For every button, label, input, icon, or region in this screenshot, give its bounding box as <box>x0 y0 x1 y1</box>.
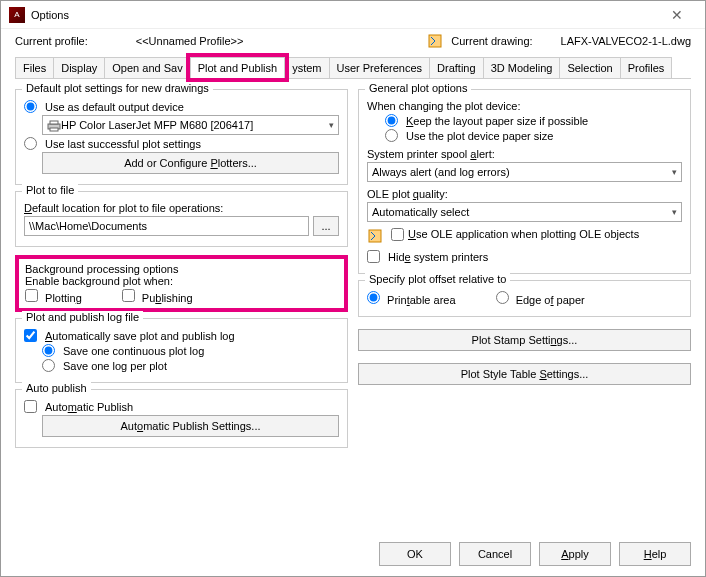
apply-button[interactable]: Apply <box>539 542 611 566</box>
enable-background-label: Enable background plot when: <box>25 275 338 287</box>
tab-3d-modeling[interactable]: 3D Modeling <box>483 57 561 78</box>
chevron-down-icon: ▾ <box>672 167 677 177</box>
tab-display[interactable]: Display <box>53 57 105 78</box>
radio-use-device-paper-input[interactable] <box>385 129 398 142</box>
dwg-icon <box>367 228 383 244</box>
group-auto-publish: Auto publish Automatic Publish Automatic… <box>15 389 348 448</box>
current-profile-label: Current profile: <box>15 35 88 47</box>
current-drawing-value: LAFX-VALVECO2-1-L.dwg <box>561 35 691 47</box>
tab-user-preferences[interactable]: User Preferences <box>329 57 431 78</box>
profile-row: Current profile: <<Unnamed Profile>> Cur… <box>1 29 705 53</box>
radio-printable-area-input[interactable] <box>367 291 380 304</box>
radio-use-last-plot[interactable]: Use last successful plot settings <box>24 137 339 150</box>
radio-one-per-plot-input[interactable] <box>42 359 55 372</box>
checkbox-hide-printers[interactable]: Hide system printers <box>367 250 682 263</box>
tab-files[interactable]: Files <box>15 57 54 78</box>
legend-default-plot: Default plot settings for new drawings <box>22 82 213 94</box>
close-icon[interactable]: ✕ <box>657 7 697 23</box>
automatic-publish-settings-button[interactable]: Automatic Publish Settings... <box>42 415 339 437</box>
changing-device-label: When changing the plot device: <box>367 100 682 112</box>
help-button[interactable]: Help <box>619 542 691 566</box>
svg-rect-3 <box>50 128 58 131</box>
checkbox-use-ole-app-input[interactable] <box>391 228 404 241</box>
spool-alert-label: System printer spool alert: <box>367 148 682 160</box>
radio-one-continuous-input[interactable] <box>42 344 55 357</box>
group-general-plot: General plot options When changing the p… <box>358 89 691 274</box>
checkbox-hide-printers-input[interactable] <box>367 250 380 263</box>
radio-one-continuous[interactable]: Save one continuous plot log <box>42 344 339 357</box>
current-profile-value: <<Unnamed Profile>> <box>136 35 244 47</box>
legend-log-file: Plot and publish log file <box>22 311 143 323</box>
radio-edge-of-paper-input[interactable] <box>496 291 509 304</box>
printer-icon <box>47 118 61 131</box>
ok-button[interactable]: OK <box>379 542 451 566</box>
dialog-buttons: OK Cancel Apply Help <box>379 542 691 566</box>
add-configure-plotters-button[interactable]: Add or Configure Plotters... <box>42 152 339 174</box>
checkbox-auto-save-log[interactable]: Automatically save plot and publish log <box>24 329 339 342</box>
legend-auto-publish: Auto publish <box>22 382 91 394</box>
radio-use-default-device-input[interactable] <box>24 100 37 113</box>
dwg-icon <box>427 33 443 49</box>
cancel-button[interactable]: Cancel <box>459 542 531 566</box>
checkbox-automatic-publish[interactable]: Automatic Publish <box>24 400 339 413</box>
checkbox-plotting[interactable]: Plotting <box>25 289 82 304</box>
legend-plot-offset: Specify plot offset relative to <box>365 273 510 285</box>
radio-keep-layout-input[interactable] <box>385 114 398 127</box>
checkbox-plotting-input[interactable] <box>25 289 38 302</box>
group-plot-offset: Specify plot offset relative to Printabl… <box>358 280 691 317</box>
group-log-file: Plot and publish log file Automatically … <box>15 318 348 383</box>
tab-plot-publish[interactable]: Plot and Publish <box>190 57 286 78</box>
checkbox-use-ole-app[interactable]: Use OLE application when plotting OLE ob… <box>391 228 639 241</box>
checkbox-auto-save-log-input[interactable] <box>24 329 37 342</box>
checkbox-publishing-input[interactable] <box>122 289 135 302</box>
radio-printable-area[interactable]: Printable area <box>367 291 456 306</box>
plot-file-path-input[interactable] <box>24 216 309 236</box>
titlebar: A Options ✕ <box>1 1 705 29</box>
group-default-plot: Default plot settings for new drawings U… <box>15 89 348 185</box>
radio-use-default-device[interactable]: Use as default output device <box>24 100 339 113</box>
radio-edge-of-paper[interactable]: Edge of paper <box>496 291 585 306</box>
chevron-down-icon: ▾ <box>329 120 334 130</box>
current-drawing-label: Current drawing: <box>451 35 532 47</box>
legend-general-plot: General plot options <box>365 82 471 94</box>
group-background-processing: Background processing options Enable bac… <box>15 255 348 312</box>
radio-one-per-plot[interactable]: Save one log per plot <box>42 359 339 372</box>
printer-dropdown[interactable]: HP Color LaserJet MFP M680 [206417] ▾ <box>42 115 339 135</box>
tab-system[interactable]: ystem <box>284 57 329 78</box>
ole-quality-value: Automatically select <box>372 206 469 218</box>
spool-alert-dropdown[interactable]: Always alert (and log errors) ▾ <box>367 162 682 182</box>
radio-use-last-plot-input[interactable] <box>24 137 37 150</box>
svg-rect-2 <box>50 121 58 124</box>
tab-open-save[interactable]: Open and Sav <box>104 57 190 78</box>
chevron-down-icon: ▾ <box>672 207 677 217</box>
app-icon: A <box>9 7 25 23</box>
plot-style-table-settings-button[interactable]: Plot Style Table Settings... <box>358 363 691 385</box>
ole-quality-label: OLE plot quality: <box>367 188 682 200</box>
tab-drafting[interactable]: Drafting <box>429 57 484 78</box>
tab-selection[interactable]: Selection <box>559 57 620 78</box>
radio-use-device-paper[interactable]: Use the plot device paper size <box>385 129 682 142</box>
tab-bar: Files Display Open and Sav Plot and Publ… <box>15 57 691 79</box>
spool-alert-value: Always alert (and log errors) <box>372 166 510 178</box>
group-plot-to-file: Plot to file Default location for plot t… <box>15 191 348 247</box>
tab-profiles[interactable]: Profiles <box>620 57 673 78</box>
legend-background: Background processing options <box>25 263 338 275</box>
ole-quality-dropdown[interactable]: Automatically select ▾ <box>367 202 682 222</box>
printer-dropdown-value: HP Color LaserJet MFP M680 [206417] <box>61 119 253 131</box>
plot-stamp-settings-button[interactable]: Plot Stamp Settings... <box>358 329 691 351</box>
window-title: Options <box>31 9 657 21</box>
browse-button[interactable]: ... <box>313 216 339 236</box>
legend-plot-to-file: Plot to file <box>22 184 78 196</box>
checkbox-automatic-publish-input[interactable] <box>24 400 37 413</box>
checkbox-publishing[interactable]: Publishing <box>122 289 193 304</box>
default-location-label: Default location for plot to file operat… <box>24 202 339 214</box>
radio-keep-layout[interactable]: Keep the layout paper size if possible <box>385 114 682 127</box>
